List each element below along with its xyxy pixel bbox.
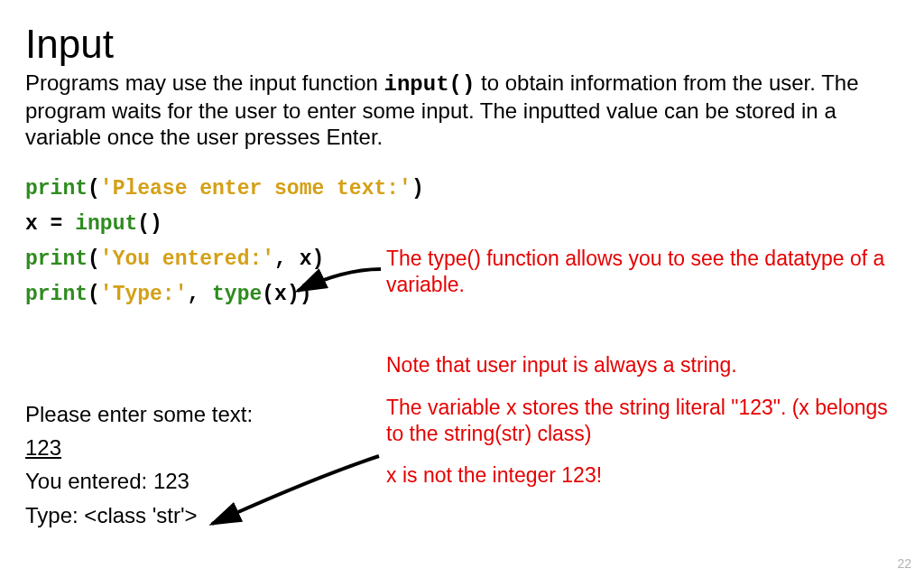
- code-fn-print-1: print: [25, 177, 88, 200]
- output-echo: You entered: 123: [25, 464, 253, 498]
- output-user-input: 123: [25, 431, 253, 464]
- code-fn-type: type: [212, 283, 262, 306]
- spacer: [386, 378, 892, 395]
- spacer: [386, 446, 892, 462]
- code-assign: x =: [25, 212, 75, 236]
- code-input-parens: (): [137, 212, 162, 236]
- code-str-1: 'Please enter some text:': [100, 177, 411, 200]
- output-prompt: Please enter some text:: [25, 397, 253, 431]
- annotation-string-note: Note that user input is always a string.…: [386, 352, 892, 489]
- anno2-line1: Note that user input is always a string.: [386, 352, 892, 378]
- code-fn-print-3: print: [25, 283, 88, 306]
- intro-text-1: Programs may use the input function: [25, 70, 384, 95]
- code-rest-2: , x): [274, 247, 324, 271]
- slide-title: Input: [25, 22, 114, 67]
- code-str-3: 'Type:': [100, 283, 188, 306]
- code-rest-3: (x)): [262, 283, 311, 306]
- code-paren-open-3: (: [88, 283, 100, 306]
- anno2-line2: The variable x stores the string literal…: [386, 395, 892, 447]
- code-fn-print-2: print: [25, 247, 88, 271]
- code-paren-open-2: (: [88, 247, 100, 271]
- annotation-type-fn: The type() function allows you to see th…: [386, 246, 892, 298]
- program-output: Please enter some text: 123 You entered:…: [25, 397, 253, 532]
- code-str-2: 'You entered:': [100, 247, 274, 271]
- slide: Input Programs may use the input functio…: [0, 0, 924, 578]
- anno2-line3: x is not the integer 123!: [386, 462, 892, 489]
- page-number: 22: [897, 556, 911, 571]
- code-block: print('Please enter some text:') x = inp…: [25, 172, 424, 312]
- intro-paragraph: Programs may use the input function inpu…: [25, 70, 892, 150]
- output-type: Type: <class 'str'>: [25, 499, 253, 532]
- intro-mono-input: input(): [384, 72, 476, 97]
- code-fn-input: input: [75, 212, 137, 236]
- code-paren-open-1: (: [88, 177, 100, 200]
- code-mid-3: ,: [187, 283, 212, 306]
- code-paren-close-1: ): [411, 177, 424, 200]
